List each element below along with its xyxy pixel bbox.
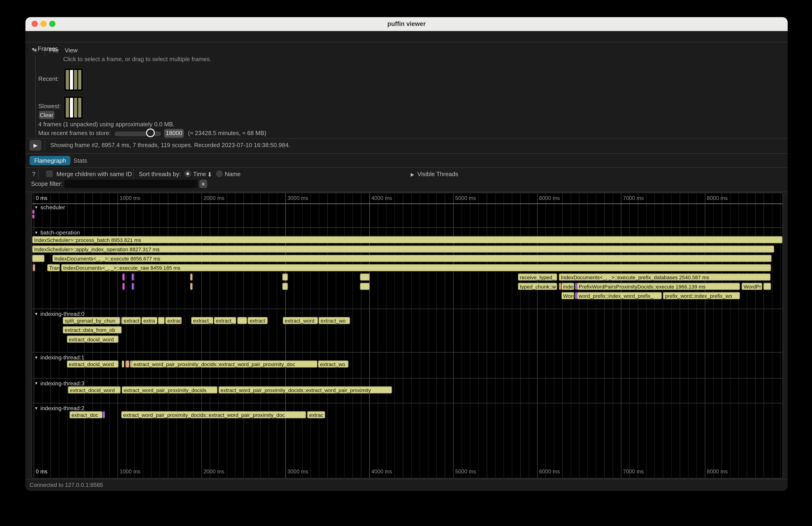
scope-bar[interactable] (122, 360, 124, 367)
separator (38, 169, 39, 179)
scope-bar[interactable]: PrefixWordPairsProximityDocids::execute … (577, 283, 740, 290)
scope-bar[interactable]: Trans (47, 264, 60, 271)
scope-bar[interactable]: extract::data_from_ob (62, 326, 122, 334)
scope-bar[interactable] (190, 274, 193, 281)
scope-bar[interactable] (282, 274, 288, 281)
time-tick-label: 1000 ms (119, 195, 141, 201)
scope-bar[interactable]: word_prefix::index_word_prefix_ (577, 292, 662, 299)
scope-bar[interactable] (125, 360, 130, 367)
scope-bar[interactable]: extract_wo (318, 317, 350, 324)
merge-checkbox[interactable] (46, 170, 53, 177)
scope-bar[interactable] (33, 264, 35, 271)
scope-bar[interactable] (32, 210, 35, 214)
slowest-label: Slowest: (38, 103, 61, 109)
frame-info: Showing frame #2, 8957.4 ms, 7 threads, … (50, 142, 290, 148)
thread-section-label[interactable]: ▼indexing-thread:3 (34, 380, 84, 386)
scope-bar[interactable]: WordPr (742, 283, 762, 290)
flamegraph-canvas[interactable]: 0 ms1000 ms2000 ms3000 ms4000 ms5000 ms6… (31, 192, 783, 479)
scope-bar[interactable] (237, 317, 247, 324)
scope-bar[interactable]: extract_docid_word (67, 336, 118, 343)
separator (26, 153, 788, 154)
scope-bar[interactable]: extract_doc (69, 411, 102, 418)
scope-bar[interactable]: receive_typed_ (518, 274, 557, 281)
clear-filter-button[interactable]: x (199, 179, 207, 188)
menu-item-view[interactable]: View (65, 47, 77, 53)
scope-bar[interactable] (360, 283, 369, 290)
scope-bar[interactable]: extract_ (191, 317, 214, 324)
scope-bar[interactable]: extract_docid_word (68, 386, 121, 393)
collapse-triangle-icon: ▼ (34, 312, 38, 316)
recent-frames-thumbnail[interactable] (64, 68, 84, 92)
merge-label: Merge children with same ID (57, 171, 132, 177)
thread-section-label[interactable]: ▼indexing-thread:1 (34, 354, 84, 361)
scope-bar[interactable] (122, 274, 125, 281)
collapse-triangle-icon: ▼ (34, 381, 38, 386)
sort-direction-icon[interactable]: ⬇ (207, 171, 212, 178)
sort-time-label: Time (193, 171, 206, 177)
scope-bar[interactable] (158, 317, 165, 324)
thread-section-label[interactable]: ▼indexing-thread:2 (34, 405, 84, 411)
slowest-frames-thumbnail[interactable] (64, 96, 84, 120)
frame-bar (66, 70, 69, 90)
scope-bar[interactable] (32, 255, 45, 262)
help-button[interactable]: ? (32, 171, 35, 177)
frames-header[interactable]: ▼Frames (31, 46, 58, 52)
scope-bar[interactable] (132, 274, 134, 281)
scope-bar[interactable] (763, 283, 771, 290)
menu-bar: ☀ File View (26, 31, 788, 42)
scope-bar[interactable]: IndexDocuments<_, _>::execute_prefix_dat… (559, 274, 770, 281)
max-frames-value[interactable]: 18000 (164, 129, 184, 138)
scope-bar[interactable] (360, 274, 369, 281)
scope-bar[interactable] (32, 214, 35, 219)
scope-bar[interactable]: IndexScheduler>::apply_index_operation 8… (32, 245, 774, 252)
tab-flamegraph[interactable]: Flamegraph (29, 156, 70, 165)
scope-bar[interactable]: extract_ (214, 317, 236, 324)
scope-filter-input[interactable] (64, 179, 197, 188)
scope-bar[interactable]: extract_wo (318, 360, 349, 367)
scope-bar[interactable]: extract_word_pair_proximity_docids (122, 386, 217, 393)
scope-bar[interactable] (103, 411, 105, 418)
scope-bar[interactable]: extract_docid_word (67, 360, 118, 367)
scope-bar[interactable]: extra (141, 317, 157, 324)
scope-bar[interactable]: index (561, 283, 575, 290)
play-button[interactable]: ▶ (29, 140, 41, 151)
scope-bar[interactable]: extract_word_pair_proximity_docids::extr… (121, 411, 306, 418)
collapse-triangle-icon: ▼ (34, 406, 38, 411)
collapse-triangle-icon: ▼ (34, 355, 38, 360)
scope-bar[interactable]: extract_word_pair_proximity_docids::extr… (219, 386, 392, 393)
scope-bar[interactable] (190, 283, 193, 290)
section-separator (32, 309, 783, 309)
scope-bar[interactable]: typed_chunk::w (518, 283, 557, 290)
scope-bar[interactable] (282, 283, 288, 290)
thread-section-label[interactable]: ▼scheduler (34, 204, 65, 210)
scope-bar[interactable]: extract (122, 317, 141, 324)
section-separator (32, 403, 783, 404)
tab-stats[interactable]: Stats (69, 156, 92, 165)
frame-bar (78, 98, 81, 117)
thread-section-label[interactable]: ▼batch-operation (34, 230, 80, 236)
scope-bar[interactable] (559, 283, 561, 290)
slider-handle[interactable] (146, 128, 155, 137)
scope-bar[interactable]: extrac (307, 411, 325, 418)
visible-threads-toggle[interactable]: Visible Threads (417, 171, 458, 177)
scope-bar[interactable]: extract_word (283, 317, 318, 324)
separator (133, 169, 133, 179)
time-tick-label: 4000 ms (371, 195, 392, 201)
scope-bar[interactable]: Word (561, 292, 575, 299)
clear-button[interactable]: Clear (39, 111, 55, 119)
scope-bar[interactable]: IndexScheduler>::process_batch 8953.821 … (32, 236, 783, 243)
scope-bar[interactable]: extrac (165, 317, 182, 324)
scope-bar[interactable] (132, 283, 134, 290)
radio-sort-name[interactable] (216, 170, 223, 177)
thread-section-label[interactable]: ▼indexing-thread:0 (34, 311, 84, 317)
scope-bar[interactable]: prefix_word::index_prefix_wo (663, 292, 740, 299)
scope-bar[interactable]: split_grenad_by_chun (62, 317, 120, 324)
visible-threads-triangle-icon[interactable]: ▶ (411, 172, 414, 177)
radio-sort-time[interactable] (185, 170, 191, 177)
scope-bar[interactable]: IndexDocuments<_, _>::execute 8656.677 m… (53, 255, 772, 262)
scope-bar[interactable]: IndexDocuments<_, _>::execute_raw 8459.1… (61, 264, 771, 271)
frame-bar (66, 98, 69, 117)
scope-bar[interactable]: extract (247, 317, 268, 324)
scope-bar[interactable]: extract_word_pair_proximity_docids::extr… (132, 360, 318, 367)
scope-bar[interactable] (122, 283, 125, 290)
